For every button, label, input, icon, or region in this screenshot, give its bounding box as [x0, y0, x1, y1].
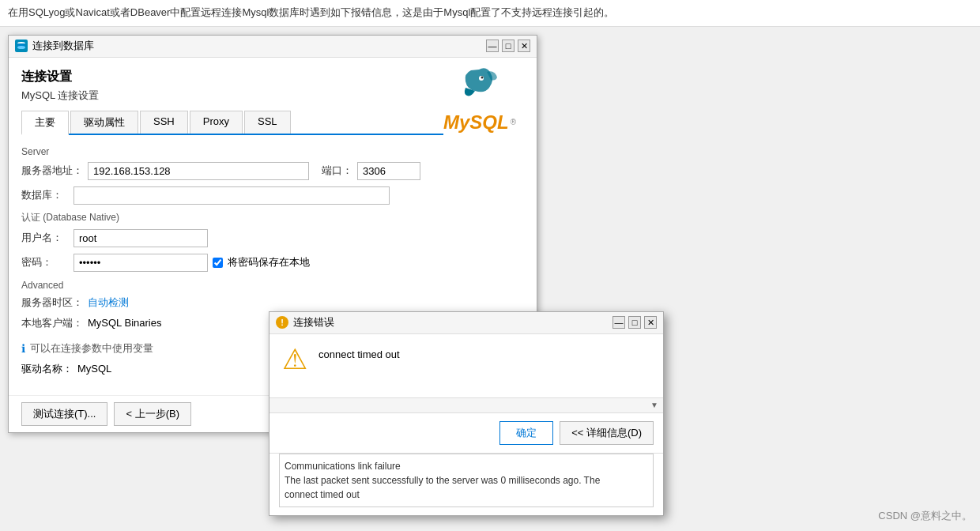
error-main-row: ⚠ connect timed out	[282, 345, 650, 374]
mysql-dolphin-icon	[443, 66, 499, 109]
db-row: 数据库：	[21, 186, 524, 205]
client-value: MySQL Binaries	[88, 317, 161, 329]
error-message: connect timed out	[318, 345, 400, 360]
titlebar-controls: — □ ✕	[486, 40, 530, 52]
save-password-label: 将密码保存在本地	[228, 255, 310, 269]
article-header: 在用SQLyog或Navicat或者DBeaver中配置远程连接Mysql数据库…	[0, 0, 980, 27]
error-minimize-button[interactable]: —	[612, 316, 625, 329]
main-dialog-title: 连接到数据库	[32, 39, 94, 53]
user-row: 用户名：	[21, 229, 524, 247]
server-label: 服务器地址：	[21, 164, 83, 178]
detail-button[interactable]: << 详细信息(D)	[560, 421, 654, 445]
error-scrollbar[interactable]: ▼	[270, 397, 663, 413]
auth-section-label: 认证 (Database Native)	[21, 211, 524, 224]
dialogs-area: 连接到数据库 — □ ✕	[0, 27, 980, 531]
mysql-logo-text: MySQL	[443, 111, 509, 134]
server-row: 服务器地址： 端口：	[21, 162, 524, 180]
tab-driver[interactable]: 驱动属性	[70, 111, 138, 134]
auth-section: 认证 (Database Native) 用户名： 密码： 将密码保存在本地	[21, 211, 524, 272]
driver-label: 驱动名称：	[21, 362, 73, 376]
user-label: 用户名：	[21, 231, 69, 245]
db-input[interactable]	[74, 186, 390, 205]
prev-button[interactable]: < 上一步(B)	[114, 402, 191, 426]
tab-proxy[interactable]: Proxy	[190, 111, 243, 134]
client-label: 本地客户端：	[21, 316, 83, 330]
tab-main[interactable]: 主要	[21, 111, 69, 135]
ok-button[interactable]: 确定	[499, 421, 553, 445]
test-connection-button[interactable]: 测试连接(T)...	[21, 402, 107, 426]
port-label: 端口：	[322, 164, 352, 178]
db-icon	[15, 40, 28, 52]
advanced-section-label: Advanced	[21, 280, 524, 291]
error-titlebar-left: ! 连接错误	[276, 315, 334, 330]
content-area: 在用SQLyog或Navicat或者DBeaver中配置远程连接Mysql数据库…	[0, 0, 980, 531]
password-input[interactable]	[74, 254, 208, 272]
error-detail-box: Communications link failure The last pac…	[279, 454, 654, 507]
info-text: 可以在连接参数中使用变量	[30, 341, 153, 356]
tab-ssl[interactable]: SSL	[244, 111, 291, 134]
mysql-logo-trademark: ®	[511, 118, 516, 126]
password-label: 密码：	[21, 255, 69, 269]
svg-point-2	[17, 46, 25, 49]
svg-point-4	[481, 76, 483, 78]
error-dialog-title: 连接错误	[293, 315, 334, 330]
error-maximize-button[interactable]: □	[628, 316, 641, 329]
page-wrapper: 在用SQLyog或Navicat或者DBeaver中配置远程连接Mysql数据库…	[0, 0, 980, 531]
minimize-button[interactable]: —	[486, 40, 499, 52]
save-password-row: 将密码保存在本地	[213, 255, 310, 269]
tab-ssh[interactable]: SSH	[140, 111, 188, 134]
server-input[interactable]	[88, 162, 309, 180]
driver-value: MySQL	[77, 363, 111, 375]
scroll-down-arrow: ▼	[650, 401, 658, 409]
csdn-badge: CSDN @意料之中。	[878, 509, 972, 523]
tabs-container: 主要 驱动属性 SSH Proxy SSL	[21, 111, 443, 135]
main-dialog-titlebar: 连接到数据库 — □ ✕	[9, 36, 537, 58]
timezone-row: 服务器时区： 自动检测	[21, 296, 524, 310]
db-label: 数据库：	[21, 188, 69, 202]
footer-left-buttons: 测试连接(T)... < 上一步(B)	[21, 402, 191, 426]
port-input[interactable]	[357, 162, 420, 180]
error-titlebar: ! 连接错误 — □ ✕	[270, 312, 663, 334]
mysql-logo-area: MySQL ®	[443, 66, 516, 134]
info-icon: ℹ	[21, 342, 25, 355]
error-buttons: 确定 << 详细信息(D)	[270, 413, 663, 453]
close-button[interactable]: ✕	[518, 40, 530, 52]
mysql-text-logo: MySQL ®	[443, 111, 516, 134]
titlebar-left: 连接到数据库	[15, 39, 94, 53]
article-text: 在用SQLyog或Navicat或者DBeaver中配置远程连接Mysql数据库…	[8, 6, 614, 18]
maximize-button[interactable]: □	[502, 40, 514, 52]
error-icon: !	[276, 316, 288, 329]
error-close-button[interactable]: ✕	[644, 316, 657, 329]
error-titlebar-controls: — □ ✕	[612, 316, 657, 329]
server-section-label: Server	[21, 146, 524, 157]
user-input[interactable]	[74, 229, 208, 247]
warning-icon: ⚠	[282, 345, 307, 374]
detail-line-3: connect timed out	[285, 488, 648, 502]
detail-line-1: Communications link failure	[285, 459, 648, 473]
timezone-label: 服务器时区：	[21, 296, 83, 310]
timezone-value: 自动检测	[88, 296, 129, 310]
error-body: ⚠ connect timed out	[270, 334, 663, 397]
error-dialog: ! 连接错误 — □ ✕ ⚠ connect timed out	[269, 311, 664, 516]
save-password-checkbox[interactable]	[213, 258, 223, 268]
password-row: 密码： 将密码保存在本地	[21, 254, 524, 272]
detail-line-2: The last packet sent successfully to the…	[285, 473, 648, 488]
